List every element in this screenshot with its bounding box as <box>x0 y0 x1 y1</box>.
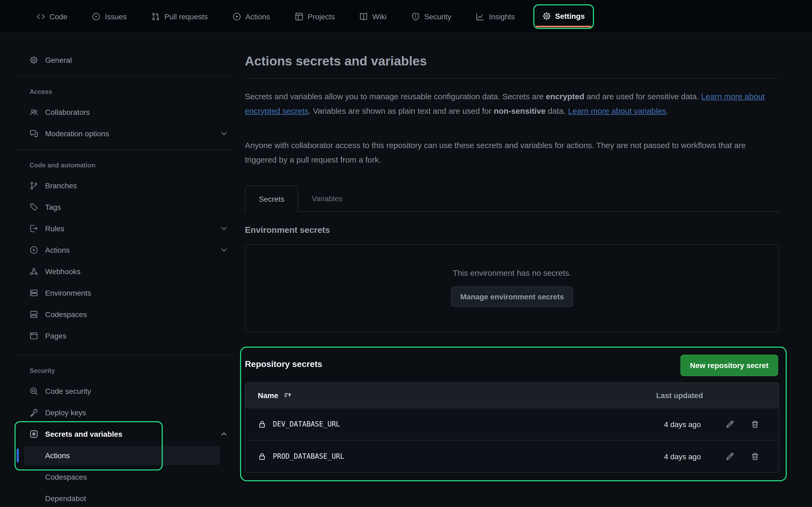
delete-secret-button[interactable] <box>751 452 759 461</box>
description-paragraph: Secrets and variables allow you to manag… <box>245 89 776 118</box>
people-icon <box>30 108 38 116</box>
tab-variables[interactable]: Variables <box>298 186 356 211</box>
environment-empty-text: This environment has no secrets. <box>453 268 571 277</box>
key-icon <box>30 408 38 417</box>
column-header-last-updated: Last updated <box>656 391 703 400</box>
sidebar-item-actions[interactable]: Actions <box>16 239 234 261</box>
chevron-down-icon <box>220 224 228 233</box>
sidebar-item-label: Webhooks <box>45 267 81 276</box>
access-note-paragraph: Anyone with collaborator access to this … <box>245 138 776 167</box>
sidebar-subitem-codespaces[interactable]: Codespaces <box>24 466 220 488</box>
sidebar-subitem-label: Codespaces <box>45 473 87 481</box>
trash-icon <box>751 420 759 429</box>
sidebar-item-label: Actions <box>45 246 70 254</box>
sidebar-section-header-security: Security <box>16 361 234 380</box>
play-icon <box>30 246 38 254</box>
settings-sidebar: GeneralAccessCollaboratorsModeration opt… <box>16 33 234 507</box>
sidebar-subitem-label: Actions <box>45 451 70 460</box>
sort-ascending-icon <box>284 391 292 400</box>
sidebar-item-environments[interactable]: Environments <box>16 282 234 304</box>
nav-tab-label: Code <box>49 12 67 21</box>
page-title: Actions secrets and variables <box>245 54 427 69</box>
secrets-asterisk-icon <box>30 430 38 438</box>
comment-discussion-icon <box>30 129 38 138</box>
environment-secrets-box: This environment has no secrets. Manage … <box>245 244 779 332</box>
column-header-name[interactable]: Name <box>258 391 292 400</box>
secret-row: DEV_DATABASE_URL4 days ago <box>245 408 779 440</box>
sidebar-subitem-label: Dependabot <box>45 494 86 503</box>
sidebar-item-code-security[interactable]: Code security <box>16 380 234 402</box>
server-icon <box>30 289 38 297</box>
sidebar-item-label: Branches <box>45 181 77 190</box>
gear-icon <box>30 56 38 64</box>
play-icon <box>233 12 241 21</box>
pencil-icon <box>725 452 734 461</box>
secret-row: PROD_DATABASE_URL4 days ago <box>245 440 779 472</box>
secret-last-updated: 4 days ago <box>620 452 701 461</box>
sidebar-subitem-dependabot[interactable]: Dependabot <box>24 488 220 507</box>
codescan-icon <box>30 387 38 395</box>
main-content: Actions secrets and variables Secrets an… <box>245 0 779 507</box>
edit-secret-button[interactable] <box>725 452 734 461</box>
nav-tab-issues[interactable]: Issues <box>86 7 133 25</box>
lock-icon <box>258 452 266 461</box>
sidebar-item-pages[interactable]: Pages <box>16 325 234 347</box>
secret-name: DEV_DATABASE_URL <box>273 420 620 428</box>
sidebar-item-label: Pages <box>45 332 66 340</box>
title-divider <box>245 78 779 79</box>
codespaces-icon <box>30 310 38 319</box>
learn-more-link[interactable]: Learn more about variables <box>568 106 666 115</box>
github-settings-page: CodeIssuesPull requestsActionsProjectsWi… <box>0 0 812 507</box>
sidebar-item-label: Environments <box>45 289 91 297</box>
sidebar-item-label: Secrets and variables <box>45 430 122 438</box>
tag-icon <box>30 203 38 211</box>
sidebar-item-general[interactable]: General <box>16 49 234 71</box>
nav-tab-code[interactable]: Code <box>30 7 74 25</box>
sidebar-item-codespaces[interactable]: Codespaces <box>16 304 234 325</box>
sidebar-item-label: Moderation options <box>45 129 109 138</box>
lock-icon <box>258 420 266 429</box>
chevron-down-icon <box>220 129 228 138</box>
sidebar-item-secrets-and-variables[interactable]: Secrets and variables <box>16 423 234 445</box>
manage-environment-secrets-button[interactable]: Manage environment secrets <box>451 286 573 307</box>
sidebar-item-tags[interactable]: Tags <box>16 196 234 218</box>
sidebar-item-label: Deploy keys <box>45 408 86 417</box>
sidebar-section-header-code-and-automation: Code and automation <box>16 156 234 175</box>
nav-tab-label: Issues <box>105 12 127 21</box>
repository-secrets-heading: Repository secrets <box>245 359 322 369</box>
repository-secrets-table: Name Last updated DEV_DATABASE_URL4 days… <box>245 383 779 473</box>
rules-icon <box>30 224 38 233</box>
new-repository-secret-button[interactable]: New repository secret <box>680 355 778 376</box>
sidebar-item-label: Codespaces <box>45 310 87 319</box>
edit-secret-button[interactable] <box>725 420 734 429</box>
code-icon <box>37 12 45 21</box>
environment-secrets-heading: Environment secrets <box>245 225 330 235</box>
sidebar-subitem-actions[interactable]: Actions <box>24 446 220 465</box>
sidebar-item-rules[interactable]: Rules <box>16 218 234 239</box>
table-header-row: Name Last updated <box>245 383 779 408</box>
sidebar-item-label: Collaborators <box>45 108 90 116</box>
sidebar-item-moderation-options[interactable]: Moderation options <box>16 123 234 144</box>
sidebar-divider <box>16 355 234 356</box>
trash-icon <box>751 452 759 461</box>
sidebar-item-branches[interactable]: Branches <box>16 175 234 196</box>
git-branch-icon <box>30 181 38 190</box>
webhook-icon <box>30 267 38 276</box>
delete-secret-button[interactable] <box>751 420 759 429</box>
browser-icon <box>30 332 38 340</box>
secrets-variables-tabs: Secrets Variables <box>245 186 779 212</box>
sidebar-item-deploy-keys[interactable]: Deploy keys <box>16 402 234 423</box>
sidebar-item-webhooks[interactable]: Webhooks <box>16 261 234 282</box>
pencil-icon <box>725 420 734 429</box>
secret-name: PROD_DATABASE_URL <box>273 452 620 460</box>
tab-secrets[interactable]: Secrets <box>245 186 298 212</box>
sidebar-section-header-access: Access <box>16 82 234 101</box>
chevron-down-icon <box>220 246 228 254</box>
issue-opened-icon <box>92 12 101 21</box>
secret-last-updated: 4 days ago <box>620 420 701 429</box>
sidebar-item-label: Code security <box>45 387 91 395</box>
nav-tab-pull-requests[interactable]: Pull requests <box>145 7 214 25</box>
nav-tab-label: Pull requests <box>164 12 208 21</box>
sidebar-item-collaborators[interactable]: Collaborators <box>16 101 234 123</box>
sidebar-divider <box>16 76 234 77</box>
